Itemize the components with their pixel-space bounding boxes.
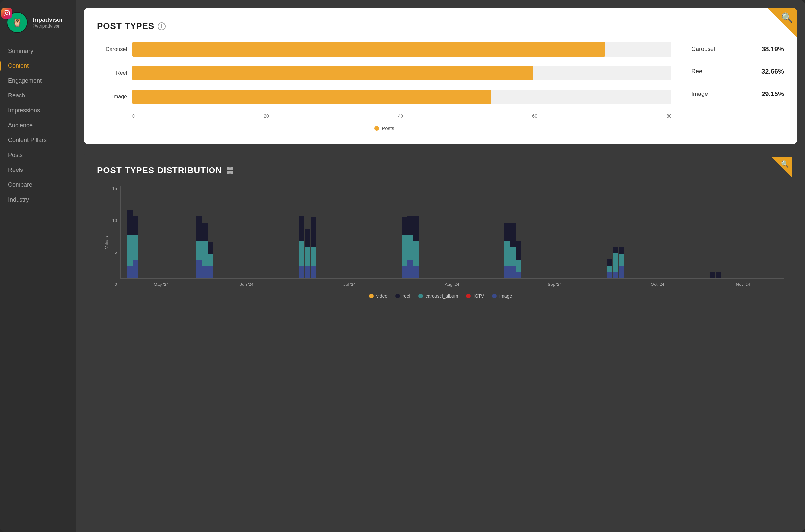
sidebar-item-compare[interactable]: Compare (0, 177, 76, 192)
reel-fill (132, 66, 533, 80)
sidebar-item-posts[interactable]: Posts (0, 148, 76, 163)
image-seg (127, 266, 133, 278)
carousel-bar-row: Carousel (97, 42, 671, 57)
stacked-chart (120, 186, 784, 279)
sidebar-item-content-pillars[interactable]: Content Pillars (0, 133, 76, 148)
stacked-bar-aug1[interactable] (402, 217, 407, 278)
image-label: Image (97, 94, 127, 100)
stacked-bar-sep3[interactable] (516, 241, 521, 278)
stacked-bar-aug3[interactable] (414, 216, 419, 278)
stacked-bar-jun3[interactable] (208, 242, 213, 278)
profile-handle: @/tripadvisor (32, 23, 63, 29)
bar-group-oct (607, 247, 709, 278)
stacked-bar-nov1[interactable] (710, 272, 715, 278)
stat-row-reel: Reel 32.66% (691, 68, 784, 81)
x-axis-20: 20 (264, 113, 269, 119)
legend-item-igtv: IGTV (466, 293, 484, 299)
legend-dot-posts (375, 126, 379, 131)
info-icon[interactable]: i (158, 22, 166, 31)
bar-group-aug (402, 216, 503, 278)
reel-bar-row: Reel (97, 66, 671, 80)
y-label-10: 10 (112, 218, 117, 223)
sidebar-item-content[interactable]: Content (0, 58, 76, 73)
y-label-15: 15 (112, 186, 117, 191)
image-seg-2 (133, 260, 138, 278)
grid-icon-cell-1 (227, 167, 230, 170)
sidebar: 🦉 tripadvisor @/tripadvisor Summary Cont… (0, 0, 76, 532)
stacked-bar-jun1[interactable] (196, 216, 202, 278)
stat-row-image: Image 29.15% (691, 90, 784, 103)
reel-track (132, 66, 671, 80)
main-content: 🔍 POST TYPES i Carousel (76, 0, 805, 532)
stat-row-carousel: Carousel 38.19% (691, 45, 784, 58)
x-label-aug: Aug '24 (401, 282, 504, 287)
stat-name-carousel: Carousel (691, 45, 715, 53)
grid-icon-cell-2 (230, 167, 233, 170)
stacked-bar-jul3[interactable] (311, 217, 316, 278)
carousel-label: Carousel (97, 46, 127, 52)
stacked-bar-oct3[interactable] (619, 247, 624, 278)
legend-label-igtv: IGTV (473, 293, 484, 299)
stacked-bar-sep1[interactable] (504, 223, 510, 278)
legend-label-posts: Posts (382, 125, 394, 131)
stacked-bar-oct2[interactable] (613, 247, 618, 278)
grid-icon-cell-4 (230, 171, 233, 174)
image-bar-row: Image (97, 90, 671, 104)
stacked-bar[interactable] (127, 210, 133, 278)
legend-item-image: image (492, 293, 512, 299)
sidebar-item-impressions[interactable]: Impressions (0, 103, 76, 118)
x-label-oct: Oct '24 (606, 282, 709, 287)
y-axis-numbers: 15 10 5 0 (109, 186, 117, 287)
stat-name-reel: Reel (691, 68, 704, 75)
stat-name-image: Image (691, 91, 708, 97)
app-container: 🦉 tripadvisor @/tripadvisor Summary Cont… (0, 0, 805, 532)
legend-dot-carousel (418, 294, 423, 298)
distribution-card: 🔍 POST TYPES DISTRIBUTION Values 15 (84, 152, 797, 312)
sidebar-nav: Summary Content Engagement Reach Impress… (0, 41, 76, 210)
y-axis-label: Values (104, 236, 109, 249)
carousel-track (132, 42, 671, 57)
legend-dot-reel (395, 294, 400, 298)
stacked-bar-nov2[interactable] (716, 272, 721, 278)
x-axis-labels: May '24 Jun '24 Jul '24 Aug '24 Sep '24 … (120, 279, 784, 287)
legend-label-image: image (499, 293, 512, 299)
x-axis-0: 0 (132, 113, 135, 119)
instagram-icon (4, 10, 9, 16)
sidebar-item-audience[interactable]: Audience (0, 118, 76, 133)
legend-item-reel: reel (395, 293, 410, 299)
reel-seg (127, 210, 133, 235)
sidebar-item-industry[interactable]: Industry (0, 192, 76, 207)
stacked-bar-aug2[interactable] (407, 216, 413, 278)
sidebar-item-reels[interactable]: Reels (0, 163, 76, 177)
carousel-fill (132, 42, 605, 57)
sidebar-item-summary[interactable]: Summary (0, 44, 76, 58)
carousel-seg-2 (133, 235, 138, 260)
stacked-bar-jul2[interactable] (305, 229, 310, 278)
x-axis-40: 40 (398, 113, 403, 119)
x-label-sep: Sep '24 (503, 282, 606, 287)
carousel-seg (127, 235, 133, 266)
x-label-nov: Nov '24 (709, 282, 777, 287)
legend-item-video: video (369, 293, 387, 299)
legend-label-carousel: carousel_album (426, 293, 458, 299)
reel-label: Reel (97, 70, 127, 76)
stacked-bar-jul1[interactable] (299, 216, 304, 278)
legend-label-video: video (377, 293, 387, 299)
sidebar-item-reach[interactable]: Reach (0, 88, 76, 103)
bar-group-jul (299, 216, 400, 278)
sidebar-item-engagement[interactable]: Engagement (0, 73, 76, 88)
chart-layout: Carousel Reel Image (97, 42, 784, 131)
stacked-bar-jun2[interactable] (202, 223, 208, 278)
stacked-bar-oct1[interactable] (607, 260, 612, 278)
profile-name: tripadvisor (32, 17, 63, 23)
x-label-jul: Jul '24 (298, 282, 401, 287)
stat-value-carousel: 38.19% (761, 45, 784, 53)
post-types-title: POST TYPES i (97, 21, 784, 32)
stacked-bar-2[interactable] (133, 216, 138, 278)
search-icon[interactable]: 🔍 (781, 12, 793, 23)
bar-group-jun (196, 216, 298, 278)
distribution-chart-wrap: Values 15 10 5 0 (97, 186, 784, 299)
chart-legend: Posts (97, 125, 671, 131)
stacked-bar-sep2[interactable] (510, 223, 516, 278)
stats-panel: Carousel 38.19% Reel 32.66% Image 29.15% (691, 42, 784, 103)
